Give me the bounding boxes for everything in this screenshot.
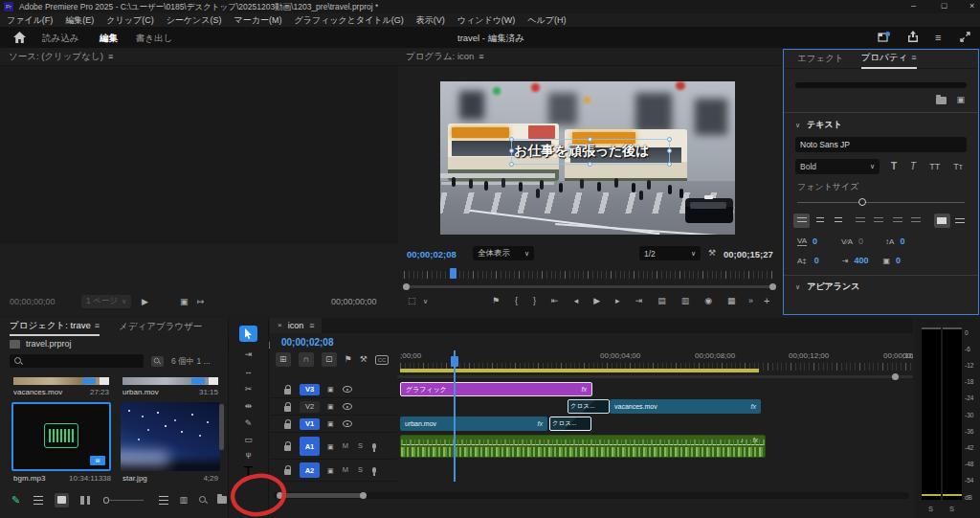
timeline-h-scrollbar[interactable] [274, 492, 909, 499]
a2-source-patch-icon[interactable]: ▣ [327, 467, 334, 474]
properties-panel-menu-icon[interactable]: ≡ [911, 54, 916, 62]
tab-media-browser[interactable]: メディアブラウザー [119, 321, 202, 333]
faux-bold-button[interactable]: T [891, 162, 897, 171]
text-section-chevron-icon[interactable]: ∨ [795, 122, 800, 128]
list-view-icon[interactable] [33, 496, 43, 505]
a2-mute-button[interactable]: M [343, 466, 348, 474]
v3-source-patch-icon[interactable]: ▣ [327, 386, 334, 393]
box-value[interactable]: 0 [896, 257, 901, 265]
new-bin-icon[interactable] [217, 496, 227, 504]
timeline-zoom-scrollbar[interactable] [397, 375, 913, 378]
track-header-v2[interactable]: V2 ▣ [270, 398, 397, 416]
item-name-star[interactable]: star.jpg [122, 475, 147, 483]
thumb-zoom-track[interactable] [109, 500, 144, 501]
kerning-value[interactable]: 0 [858, 237, 885, 246]
menu-sequence[interactable]: シーケンス(S) [167, 16, 222, 25]
clip-cross-dissolve-v1[interactable]: クロス... [549, 417, 591, 431]
item-name-bgm[interactable]: bgm.mp3 [13, 475, 45, 483]
program-panel-menu-icon[interactable]: ≡ [479, 53, 483, 61]
tab-project[interactable]: プロジェクト: trave [10, 320, 91, 332]
v2-source-patch-icon[interactable]: ▣ [327, 403, 334, 410]
program-outpoint-icon[interactable]: } [533, 297, 536, 305]
justify-last-center-button[interactable] [871, 214, 887, 228]
program-panel-title[interactable]: プログラム: icon [406, 51, 474, 63]
program-safemargin-chevron-icon[interactable]: ∨ [423, 298, 428, 304]
leading-value[interactable]: 0 [900, 237, 904, 246]
v2-lock-icon[interactable] [284, 406, 291, 412]
program-more-icon[interactable]: » [748, 297, 753, 305]
timeline-tab-close-icon[interactable]: × [278, 322, 282, 329]
program-play-icon[interactable]: ▶ [593, 297, 600, 305]
timeline-timecode[interactable]: 00;00;02;08 [281, 338, 333, 348]
a1-track-badge[interactable]: A1 [300, 437, 320, 456]
timeline-tab-label[interactable]: icon [288, 322, 304, 330]
v3-track-badge[interactable]: V3 [300, 384, 320, 395]
tab-effects[interactable]: エフェクト [797, 53, 844, 65]
source-split-icon[interactable]: ▣ [180, 298, 189, 306]
track-select-tool[interactable]: ⇥ [229, 350, 268, 359]
text-box-fill-button[interactable] [934, 214, 950, 228]
tab-import[interactable]: 読み込み [42, 34, 78, 43]
program-safemargin-icon[interactable]: ⬚ [408, 297, 416, 305]
program-add-icon[interactable]: + [764, 296, 769, 306]
align-left-button[interactable] [793, 214, 810, 228]
a1-lock-icon[interactable] [284, 445, 291, 451]
all-caps-button[interactable]: TT [929, 163, 940, 171]
faux-italic-button[interactable]: T [910, 162, 916, 171]
timeline-settings-wrench-icon[interactable]: ⚒ [360, 355, 368, 364]
program-goto-in-icon[interactable]: ⇤ [551, 297, 559, 305]
a2-voiceover-mic-icon[interactable] [372, 467, 376, 473]
slip-tool[interactable]: ⇹ [229, 402, 268, 411]
v3-lock-icon[interactable] [284, 389, 291, 394]
timeline-ruler[interactable]: ;00;00 00;00;04;00 00;00;08;00 00;00;12;… [397, 350, 913, 373]
quick-export-icon[interactable] [878, 32, 890, 43]
sort-icon[interactable] [159, 496, 168, 505]
v2-visibility-icon[interactable] [343, 403, 352, 410]
timeline-playhead-cap[interactable] [451, 356, 458, 367]
menu-window[interactable]: ウィンドウ(W) [457, 16, 516, 25]
small-caps-button[interactable]: Tт [953, 163, 963, 171]
program-goto-out-icon[interactable]: ⇥ [635, 297, 643, 305]
razor-tool[interactable]: ✂ [229, 385, 268, 394]
timeline-marker-icon[interactable]: ⚑ [345, 355, 352, 364]
properties-folder-icon[interactable] [936, 97, 947, 104]
a1-solo-button[interactable]: S [358, 442, 363, 450]
nest-toggle-icon[interactable]: ⊞ [276, 352, 291, 367]
track-header-a2[interactable]: A2 ▣ M S [270, 460, 397, 482]
source-timecode[interactable]: 00;00;00;00 [10, 298, 56, 306]
track-header-v1[interactable]: V1 ▣ [270, 416, 397, 433]
snap-magnet-icon[interactable]: ∩ [299, 352, 315, 367]
rectangle-tool[interactable]: ▭ [229, 436, 268, 444]
program-extract-icon[interactable]: ▥ [681, 297, 690, 305]
menu-graphics[interactable]: グラフィックとタイトル(G) [294, 16, 403, 25]
menu-marker[interactable]: マーカー(M) [234, 16, 282, 25]
tracking-value[interactable]: 0 [813, 237, 841, 246]
program-settings-wrench-icon[interactable]: ⚒ [708, 249, 716, 258]
linked-selection-icon[interactable]: ⊡ [322, 352, 337, 367]
program-playhead[interactable] [450, 268, 457, 279]
program-zoom-select[interactable]: 全体表示∨ [473, 246, 534, 260]
properties-newgroup-icon[interactable]: ▣ [956, 96, 965, 104]
program-ruler[interactable] [404, 271, 775, 279]
type-tool[interactable]: T [229, 464, 268, 482]
align-center-button[interactable] [812, 214, 828, 228]
workspaces-menu-icon[interactable]: ≡ [935, 33, 941, 43]
maximize-button[interactable]: ▢ [941, 2, 947, 10]
fullscreen-icon[interactable] [960, 32, 970, 42]
readonly-pencil-icon[interactable]: ✎ [11, 495, 20, 506]
line-width-value[interactable]: 400 [855, 257, 883, 265]
program-export-frame-icon[interactable]: ◉ [704, 297, 712, 305]
meter-solo-left[interactable]: S [928, 506, 933, 513]
source-outpoint-icon[interactable]: ↦ [197, 298, 205, 306]
project-panel-menu-icon[interactable]: ≡ [95, 322, 100, 330]
a1-source-patch-icon[interactable]: ▣ [327, 443, 334, 450]
font-family-field[interactable]: Noto Sans JP [795, 137, 967, 152]
clip-urban[interactable]: urban.movfx [400, 417, 547, 431]
video-caption-box[interactable]: お仕事を頑張った後は [511, 139, 670, 165]
automate-icon[interactable]: ▥ [180, 496, 189, 505]
track-header-v3[interactable]: V3 ▣ [270, 381, 397, 398]
v3-visibility-icon[interactable] [343, 386, 352, 393]
a1-voiceover-mic-icon[interactable] [372, 443, 376, 449]
a2-solo-button[interactable]: S [358, 466, 363, 474]
a1-mute-button[interactable]: M [343, 442, 348, 450]
